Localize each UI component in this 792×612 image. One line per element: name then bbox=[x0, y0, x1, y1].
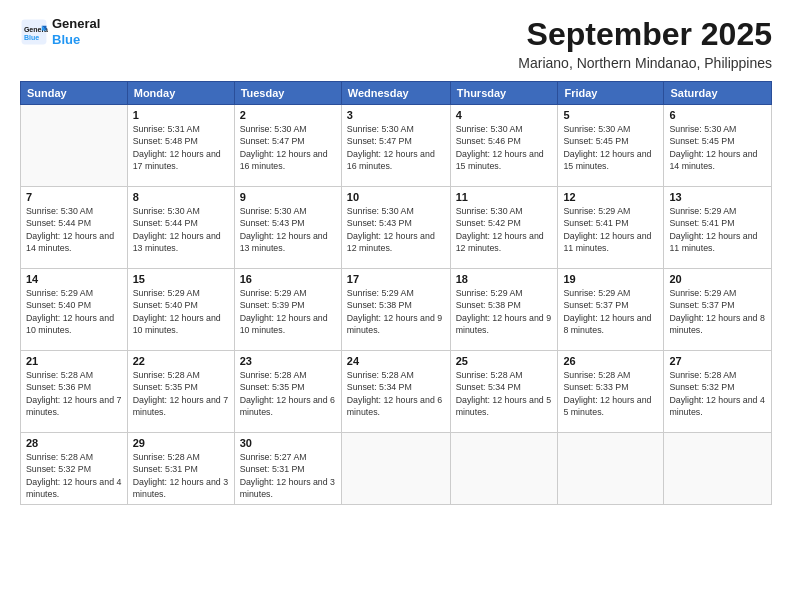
logo-text: General Blue bbox=[52, 16, 100, 47]
day-number: 19 bbox=[563, 273, 658, 285]
day-info: Sunrise: 5:30 AMSunset: 5:43 PMDaylight:… bbox=[347, 205, 445, 254]
day-info: Sunrise: 5:29 AMSunset: 5:38 PMDaylight:… bbox=[347, 287, 445, 336]
day-number: 29 bbox=[133, 437, 229, 449]
table-row: 18Sunrise: 5:29 AMSunset: 5:38 PMDayligh… bbox=[450, 269, 558, 351]
day-info: Sunrise: 5:29 AMSunset: 5:40 PMDaylight:… bbox=[133, 287, 229, 336]
col-friday: Friday bbox=[558, 82, 664, 105]
day-info: Sunrise: 5:28 AMSunset: 5:34 PMDaylight:… bbox=[456, 369, 553, 418]
day-info: Sunrise: 5:27 AMSunset: 5:31 PMDaylight:… bbox=[240, 451, 336, 500]
day-number: 5 bbox=[563, 109, 658, 121]
main-container: General Blue General Blue September 2025… bbox=[0, 0, 792, 515]
table-row: 13Sunrise: 5:29 AMSunset: 5:41 PMDayligh… bbox=[664, 187, 772, 269]
table-row: 21Sunrise: 5:28 AMSunset: 5:36 PMDayligh… bbox=[21, 351, 128, 433]
table-row: 7Sunrise: 5:30 AMSunset: 5:44 PMDaylight… bbox=[21, 187, 128, 269]
day-info: Sunrise: 5:31 AMSunset: 5:48 PMDaylight:… bbox=[133, 123, 229, 172]
calendar-table: Sunday Monday Tuesday Wednesday Thursday… bbox=[20, 81, 772, 505]
table-row bbox=[341, 433, 450, 505]
table-row: 27Sunrise: 5:28 AMSunset: 5:32 PMDayligh… bbox=[664, 351, 772, 433]
col-monday: Monday bbox=[127, 82, 234, 105]
day-info: Sunrise: 5:30 AMSunset: 5:46 PMDaylight:… bbox=[456, 123, 553, 172]
col-thursday: Thursday bbox=[450, 82, 558, 105]
day-info: Sunrise: 5:30 AMSunset: 5:43 PMDaylight:… bbox=[240, 205, 336, 254]
table-row: 28Sunrise: 5:28 AMSunset: 5:32 PMDayligh… bbox=[21, 433, 128, 505]
day-number: 13 bbox=[669, 191, 766, 203]
table-row: 2Sunrise: 5:30 AMSunset: 5:47 PMDaylight… bbox=[234, 105, 341, 187]
day-info: Sunrise: 5:30 AMSunset: 5:42 PMDaylight:… bbox=[456, 205, 553, 254]
header-row: General Blue General Blue September 2025… bbox=[20, 16, 772, 71]
day-info: Sunrise: 5:30 AMSunset: 5:45 PMDaylight:… bbox=[669, 123, 766, 172]
day-number: 16 bbox=[240, 273, 336, 285]
location-title: Mariano, Northern Mindanao, Philippines bbox=[518, 55, 772, 71]
day-number: 9 bbox=[240, 191, 336, 203]
col-sunday: Sunday bbox=[21, 82, 128, 105]
day-number: 30 bbox=[240, 437, 336, 449]
day-number: 4 bbox=[456, 109, 553, 121]
table-row: 30Sunrise: 5:27 AMSunset: 5:31 PMDayligh… bbox=[234, 433, 341, 505]
table-row: 11Sunrise: 5:30 AMSunset: 5:42 PMDayligh… bbox=[450, 187, 558, 269]
col-saturday: Saturday bbox=[664, 82, 772, 105]
day-info: Sunrise: 5:28 AMSunset: 5:35 PMDaylight:… bbox=[240, 369, 336, 418]
day-number: 28 bbox=[26, 437, 122, 449]
logo-line2: Blue bbox=[52, 32, 100, 48]
day-info: Sunrise: 5:28 AMSunset: 5:32 PMDaylight:… bbox=[669, 369, 766, 418]
day-number: 15 bbox=[133, 273, 229, 285]
table-row: 9Sunrise: 5:30 AMSunset: 5:43 PMDaylight… bbox=[234, 187, 341, 269]
day-info: Sunrise: 5:30 AMSunset: 5:44 PMDaylight:… bbox=[26, 205, 122, 254]
table-row: 17Sunrise: 5:29 AMSunset: 5:38 PMDayligh… bbox=[341, 269, 450, 351]
day-info: Sunrise: 5:28 AMSunset: 5:35 PMDaylight:… bbox=[133, 369, 229, 418]
day-number: 7 bbox=[26, 191, 122, 203]
day-number: 18 bbox=[456, 273, 553, 285]
table-row: 8Sunrise: 5:30 AMSunset: 5:44 PMDaylight… bbox=[127, 187, 234, 269]
day-number: 12 bbox=[563, 191, 658, 203]
table-row bbox=[21, 105, 128, 187]
day-number: 14 bbox=[26, 273, 122, 285]
day-info: Sunrise: 5:28 AMSunset: 5:32 PMDaylight:… bbox=[26, 451, 122, 500]
day-info: Sunrise: 5:28 AMSunset: 5:33 PMDaylight:… bbox=[563, 369, 658, 418]
day-info: Sunrise: 5:29 AMSunset: 5:37 PMDaylight:… bbox=[563, 287, 658, 336]
day-number: 6 bbox=[669, 109, 766, 121]
day-number: 21 bbox=[26, 355, 122, 367]
day-info: Sunrise: 5:29 AMSunset: 5:40 PMDaylight:… bbox=[26, 287, 122, 336]
calendar-body: 1Sunrise: 5:31 AMSunset: 5:48 PMDaylight… bbox=[21, 105, 772, 505]
table-row bbox=[450, 433, 558, 505]
col-wednesday: Wednesday bbox=[341, 82, 450, 105]
day-number: 27 bbox=[669, 355, 766, 367]
logo: General Blue General Blue bbox=[20, 16, 100, 47]
day-number: 11 bbox=[456, 191, 553, 203]
table-row: 10Sunrise: 5:30 AMSunset: 5:43 PMDayligh… bbox=[341, 187, 450, 269]
table-row: 26Sunrise: 5:28 AMSunset: 5:33 PMDayligh… bbox=[558, 351, 664, 433]
col-tuesday: Tuesday bbox=[234, 82, 341, 105]
day-number: 22 bbox=[133, 355, 229, 367]
day-info: Sunrise: 5:28 AMSunset: 5:34 PMDaylight:… bbox=[347, 369, 445, 418]
day-number: 25 bbox=[456, 355, 553, 367]
table-row: 1Sunrise: 5:31 AMSunset: 5:48 PMDaylight… bbox=[127, 105, 234, 187]
day-info: Sunrise: 5:28 AMSunset: 5:36 PMDaylight:… bbox=[26, 369, 122, 418]
day-info: Sunrise: 5:28 AMSunset: 5:31 PMDaylight:… bbox=[133, 451, 229, 500]
day-info: Sunrise: 5:29 AMSunset: 5:41 PMDaylight:… bbox=[669, 205, 766, 254]
day-number: 3 bbox=[347, 109, 445, 121]
day-number: 10 bbox=[347, 191, 445, 203]
day-info: Sunrise: 5:30 AMSunset: 5:45 PMDaylight:… bbox=[563, 123, 658, 172]
table-row: 22Sunrise: 5:28 AMSunset: 5:35 PMDayligh… bbox=[127, 351, 234, 433]
day-info: Sunrise: 5:29 AMSunset: 5:41 PMDaylight:… bbox=[563, 205, 658, 254]
table-row: 20Sunrise: 5:29 AMSunset: 5:37 PMDayligh… bbox=[664, 269, 772, 351]
table-row: 24Sunrise: 5:28 AMSunset: 5:34 PMDayligh… bbox=[341, 351, 450, 433]
table-row: 25Sunrise: 5:28 AMSunset: 5:34 PMDayligh… bbox=[450, 351, 558, 433]
day-info: Sunrise: 5:30 AMSunset: 5:47 PMDaylight:… bbox=[240, 123, 336, 172]
day-number: 2 bbox=[240, 109, 336, 121]
day-number: 1 bbox=[133, 109, 229, 121]
header-row-days: Sunday Monday Tuesday Wednesday Thursday… bbox=[21, 82, 772, 105]
day-number: 20 bbox=[669, 273, 766, 285]
table-row: 14Sunrise: 5:29 AMSunset: 5:40 PMDayligh… bbox=[21, 269, 128, 351]
title-block: September 2025 Mariano, Northern Mindana… bbox=[518, 16, 772, 71]
table-row: 29Sunrise: 5:28 AMSunset: 5:31 PMDayligh… bbox=[127, 433, 234, 505]
table-row: 16Sunrise: 5:29 AMSunset: 5:39 PMDayligh… bbox=[234, 269, 341, 351]
month-title: September 2025 bbox=[518, 16, 772, 53]
day-number: 23 bbox=[240, 355, 336, 367]
day-info: Sunrise: 5:29 AMSunset: 5:39 PMDaylight:… bbox=[240, 287, 336, 336]
logo-icon: General Blue bbox=[20, 18, 48, 46]
table-row: 23Sunrise: 5:28 AMSunset: 5:35 PMDayligh… bbox=[234, 351, 341, 433]
table-row: 4Sunrise: 5:30 AMSunset: 5:46 PMDaylight… bbox=[450, 105, 558, 187]
day-info: Sunrise: 5:30 AMSunset: 5:44 PMDaylight:… bbox=[133, 205, 229, 254]
table-row: 5Sunrise: 5:30 AMSunset: 5:45 PMDaylight… bbox=[558, 105, 664, 187]
